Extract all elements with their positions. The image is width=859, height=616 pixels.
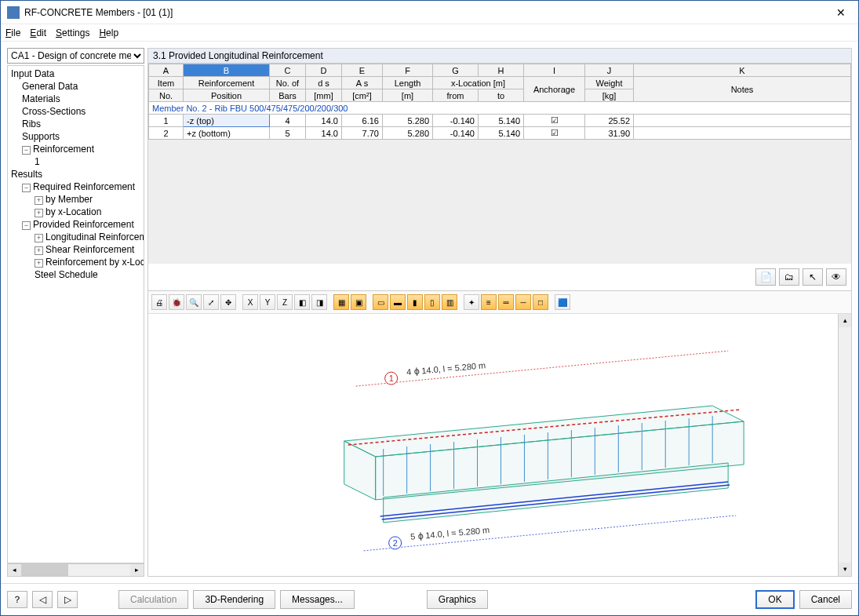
close-icon[interactable]: ✕	[830, 6, 852, 19]
scroll-thumb[interactable]	[21, 564, 68, 576]
scroll-right-icon[interactable]: ▸	[130, 564, 144, 576]
tree-required-reinf[interactable]: −Required Reinforcement	[9, 180, 142, 193]
tree-reinforcement[interactable]: −Reinforcement	[9, 143, 142, 155]
tree-ribs[interactable]: Ribs	[9, 118, 142, 130]
table-button-bar: 📄 🗂 ↖ 👁	[148, 264, 851, 290]
table-member-row[interactable]: Member No. 2 - Rib FBU 500/475/475/200/2…	[149, 102, 851, 115]
plus-icon[interactable]: +	[35, 246, 43, 255]
tree-by-xlocation[interactable]: +by x-Location	[9, 206, 142, 218]
scroll-down-icon[interactable]: ▾	[839, 563, 851, 576]
tree-cross-sections[interactable]: Cross-Sections	[9, 105, 142, 118]
dim-3-icon[interactable]: ─	[515, 294, 531, 310]
scroll-up-icon[interactable]: ▴	[839, 314, 851, 327]
help-icon[interactable]: ？	[7, 591, 27, 608]
view-iso2-icon[interactable]: ◨	[311, 294, 327, 310]
view-y-icon[interactable]: Y	[260, 294, 275, 310]
graphics-button[interactable]: Graphics	[427, 590, 488, 609]
plus-icon[interactable]: +	[35, 259, 43, 268]
eye-icon[interactable]: 👁	[826, 268, 846, 286]
tree-supports[interactable]: Supports	[9, 130, 142, 143]
layout-5-icon[interactable]: ▥	[442, 294, 457, 310]
layout-4-icon[interactable]: ▯	[424, 294, 440, 310]
navigator-tree[interactable]: Input Data General Data Materials Cross-…	[7, 65, 144, 563]
result-table[interactable]: ABCDEFGHIJK ItemReinforcementNo. ofd sA …	[148, 64, 851, 291]
layout-3-icon[interactable]: ▮	[407, 294, 423, 310]
layout-2-icon[interactable]: ▬	[390, 294, 406, 310]
viewer-canvas[interactable]: 1 4 ϕ 14.0, l = 5.280 m 2 5 ϕ 14.0, l = …	[148, 314, 838, 576]
table-letter-row: ABCDEFGHIJK	[149, 64, 851, 77]
tree-steel-schedule[interactable]: Steel Schedule	[9, 268, 142, 281]
axes-icon[interactable]: ✦	[464, 294, 479, 310]
menubar: File Edit Settings Help	[1, 24, 858, 42]
table-row[interactable]: 2 +z (bottom) 5 14.0 7.70 5.280 -0.140 5…	[149, 127, 851, 140]
plus-icon[interactable]: +	[35, 196, 43, 205]
app-icon	[7, 6, 20, 19]
app-window: RF-CONCRETE Members - [01 (1)] ✕ File Ed…	[0, 0, 859, 616]
view-x-icon[interactable]: X	[242, 294, 258, 310]
find-icon[interactable]: 🐞	[169, 294, 184, 310]
menu-edit[interactable]: Edit	[30, 27, 46, 38]
tree-by-member[interactable]: +by Member	[9, 193, 142, 206]
table-header-row-1: ItemReinforcementNo. ofd sA sLengthx-Loc…	[149, 77, 851, 89]
window-title: RF-CONCRETE Members - [01 (1)]	[24, 7, 830, 18]
render-icon[interactable]: 🟦	[555, 294, 570, 310]
viewer-toolbar: 🖨 🐞 🔍 ⤢ ✥ X Y Z ◧ ◨ ▦ ▣ ▭ ▬	[148, 291, 851, 314]
zoom-extents-icon[interactable]: ⤢	[203, 294, 219, 310]
print-icon[interactable]: 🖨	[151, 294, 167, 310]
scroll-left-icon[interactable]: ◂	[8, 564, 21, 576]
table-row[interactable]: 1 -z (top) 4 14.0 6.16 5.280 -0.140 5.14…	[149, 115, 851, 127]
svg-text:1: 1	[389, 374, 394, 383]
section-title: 3.1 Provided Longitudinal Reinforcement	[148, 49, 851, 64]
menu-settings[interactable]: Settings	[56, 27, 89, 38]
pan-icon[interactable]: ✥	[220, 294, 236, 310]
tree-results[interactable]: Results	[9, 168, 142, 180]
tree-input-data[interactable]: Input Data	[9, 67, 142, 80]
navigator-panel: CA1 - Design of concrete memb Input Data…	[7, 48, 144, 577]
tree-materials[interactable]: Materials	[9, 93, 142, 105]
prev-icon[interactable]: ◁	[32, 591, 53, 608]
tree-reinf-by-xloc[interactable]: +Reinforcement by x-Location	[9, 256, 142, 268]
minus-icon[interactable]: −	[22, 184, 31, 192]
filter-icon[interactable]: 🗂	[779, 268, 799, 286]
tree-general-data[interactable]: General Data	[9, 80, 142, 93]
viewer-panel: 🖨 🐞 🔍 ⤢ ✥ X Y Z ◧ ◨ ▦ ▣ ▭ ▬	[148, 291, 851, 576]
anchorage-checkbox[interactable]: ☑	[524, 127, 585, 140]
minus-icon[interactable]: −	[22, 221, 31, 230]
dim-4-icon[interactable]: □	[533, 294, 548, 310]
toggle-1-icon[interactable]: ▦	[333, 294, 349, 310]
tree-reinforcement-1[interactable]: 1	[9, 155, 142, 168]
plus-icon[interactable]: +	[35, 234, 43, 242]
titlebar: RF-CONCRETE Members - [01 (1)] ✕	[1, 1, 858, 24]
dim-1-icon[interactable]: ≡	[481, 294, 497, 310]
tree-hscrollbar[interactable]: ◂ ▸	[7, 563, 144, 577]
next-icon[interactable]: ▷	[57, 591, 78, 608]
ok-button[interactable]: OK	[755, 590, 794, 609]
svg-text:2: 2	[393, 538, 398, 548]
layout-1-icon[interactable]: ▭	[373, 294, 388, 310]
dim-2-icon[interactable]: ═	[498, 294, 514, 310]
pick-icon[interactable]: ↖	[803, 268, 823, 286]
svg-text:4 ϕ 14.0, l = 5.280 m: 4 ϕ 14.0, l = 5.280 m	[406, 360, 486, 377]
rendering-button[interactable]: 3D-Rendering	[193, 590, 275, 609]
tree-longitudinal[interactable]: +Longitudinal Reinforcement	[9, 231, 142, 243]
view-iso-icon[interactable]: ◧	[294, 294, 310, 310]
svg-text:5 ϕ 14.0, l = 5.280 m: 5 ϕ 14.0, l = 5.280 m	[410, 525, 490, 541]
messages-button[interactable]: Messages...	[280, 590, 355, 609]
menu-help[interactable]: Help	[99, 27, 118, 38]
menu-file[interactable]: File	[5, 27, 20, 38]
anchorage-checkbox[interactable]: ☑	[524, 115, 585, 127]
case-selector[interactable]: CA1 - Design of concrete memb	[7, 48, 144, 64]
cancel-button[interactable]: Cancel	[799, 590, 852, 609]
toggle-2-icon[interactable]: ▣	[351, 294, 366, 310]
footer-bar: ？ ◁ ▷ Calculation 3D-Rendering Messages.…	[1, 583, 858, 615]
tree-provided-reinf[interactable]: −Provided Reinforcement	[9, 218, 142, 231]
minus-icon[interactable]: −	[22, 146, 31, 155]
export-icon[interactable]: 📄	[755, 268, 776, 286]
zoom-in-icon[interactable]: 🔍	[186, 294, 202, 310]
plus-icon[interactable]: +	[35, 209, 43, 217]
viewer-vscrollbar[interactable]: ▴ ▾	[838, 314, 851, 576]
calculation-button[interactable]: Calculation	[118, 590, 188, 609]
table-empty-area	[148, 140, 851, 264]
tree-shear[interactable]: +Shear Reinforcement	[9, 243, 142, 256]
view-z-icon[interactable]: Z	[277, 294, 293, 310]
